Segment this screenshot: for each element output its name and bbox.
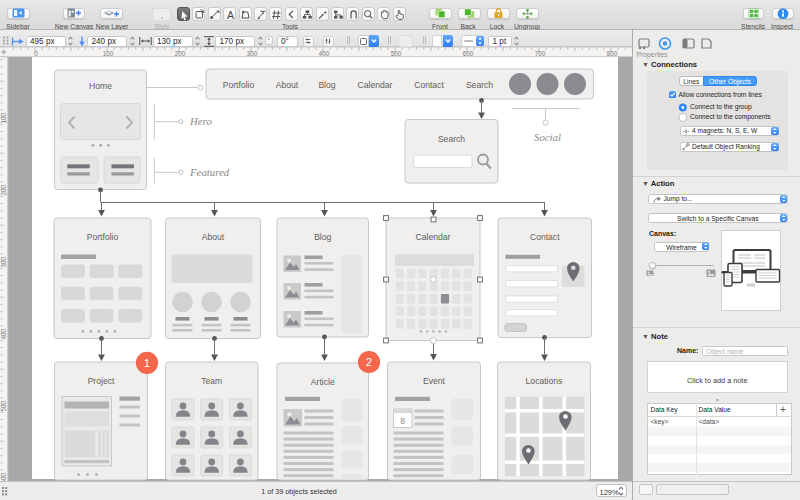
svg-text:Blog: Blog bbox=[314, 232, 331, 242]
svg-text:Team: Team bbox=[201, 376, 222, 386]
svg-text:500: 500 bbox=[0, 400, 7, 411]
svg-text:200: 200 bbox=[175, 50, 186, 57]
svg-text:Locations: Locations bbox=[526, 376, 563, 386]
svg-text:Project: Project bbox=[88, 376, 115, 386]
svg-text:300: 300 bbox=[247, 50, 258, 57]
svg-text:Featured: Featured bbox=[189, 166, 230, 178]
svg-text:About: About bbox=[276, 80, 299, 90]
svg-text:Blog: Blog bbox=[318, 80, 335, 90]
svg-text:400: 400 bbox=[0, 328, 7, 339]
svg-text:Contact: Contact bbox=[530, 232, 560, 242]
svg-text:200: 200 bbox=[0, 184, 7, 195]
svg-text:2: 2 bbox=[366, 356, 372, 368]
svg-text:8: 8 bbox=[400, 416, 405, 426]
svg-text:100: 100 bbox=[103, 50, 114, 57]
svg-text:300: 300 bbox=[0, 256, 7, 267]
svg-text:Home: Home bbox=[89, 81, 112, 91]
svg-text:600: 600 bbox=[0, 472, 7, 481]
svg-text:Contact: Contact bbox=[414, 80, 444, 90]
svg-text:600: 600 bbox=[463, 50, 474, 57]
svg-text:Calendar: Calendar bbox=[358, 80, 393, 90]
svg-text:Portfolio: Portfolio bbox=[87, 232, 119, 242]
svg-text:Event: Event bbox=[423, 376, 446, 386]
svg-text:800: 800 bbox=[607, 50, 618, 57]
svg-text:A: A bbox=[227, 9, 234, 21]
svg-text:Article: Article bbox=[311, 377, 335, 387]
svg-text:700: 700 bbox=[535, 50, 546, 57]
svg-text:Search: Search bbox=[466, 80, 493, 90]
svg-text:500: 500 bbox=[391, 50, 402, 57]
svg-text:1: 1 bbox=[144, 357, 150, 369]
svg-text:0: 0 bbox=[34, 50, 38, 57]
svg-text:Search: Search bbox=[438, 134, 465, 144]
svg-text:Hero: Hero bbox=[189, 115, 212, 127]
svg-text:About: About bbox=[202, 232, 225, 242]
svg-text:400: 400 bbox=[319, 50, 330, 57]
svg-text:Social: Social bbox=[534, 131, 561, 143]
svg-text:100: 100 bbox=[0, 112, 7, 123]
svg-text:Portfolio: Portfolio bbox=[223, 80, 255, 90]
svg-text:Calendar: Calendar bbox=[416, 232, 451, 242]
